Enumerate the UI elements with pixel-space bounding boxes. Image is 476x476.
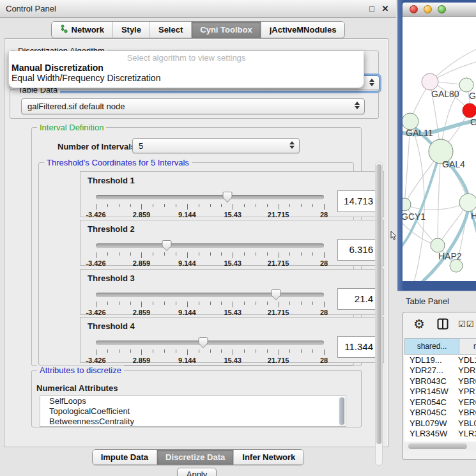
threshold-slider-4[interactable]: -3.4262.8599.14415.4321.71528 <box>96 339 324 362</box>
table-cell[interactable]: YDR2 <box>456 365 476 375</box>
threshold-slider-1[interactable]: -3.4262.8599.14415.4321.71528 <box>96 194 324 217</box>
tab-cyni-toolbox[interactable]: Cyni Toolbox <box>191 22 260 38</box>
threshold-slider-2[interactable]: -3.4262.8599.14415.4321.71528 <box>96 242 324 265</box>
table-row[interactable]: YLR345WYLR3 <box>404 429 476 440</box>
slider-tick <box>153 252 153 256</box>
numerical-attributes-list[interactable]: SelfLoopsTopologicalCoefficientBetweenne… <box>40 395 346 427</box>
top-tabs: NetworkStyleSelectCyni ToolboxjActiveMNo… <box>51 21 346 38</box>
tab-select[interactable]: Select <box>150 22 191 38</box>
network-node-label: GCY1 <box>403 211 426 222</box>
table-row[interactable]: YPR145WYPR1 <box>404 387 476 397</box>
threshold-value-field[interactable]: 21.4 <box>337 288 378 310</box>
table-cell[interactable]: YLR3 <box>456 429 476 438</box>
algorithm-placeholder-option[interactable]: Select algorithm to view settings <box>9 53 364 63</box>
network-edge[interactable] <box>404 203 468 210</box>
attribute-list-item[interactable]: SelfLoops <box>40 396 346 406</box>
table-cell[interactable]: YBR043C <box>404 376 456 386</box>
table-row[interactable]: YBL079WYBL0 <box>404 418 476 429</box>
network-view-canvas[interactable]: GAL80GCGAL11GAL4GCY1HHAP2 <box>403 17 476 281</box>
slider-thumb[interactable] <box>161 240 172 254</box>
threshold-slider-3[interactable]: -3.4262.8599.14415.4321.71528 <box>96 291 324 314</box>
slider-track[interactable] <box>96 195 324 199</box>
network-node[interactable] <box>450 259 463 272</box>
slider-thumb[interactable] <box>222 191 233 206</box>
threshold-value-field[interactable]: 11.344 <box>337 336 378 358</box>
panel-scrollbar[interactable] <box>375 162 383 466</box>
threshold-value-field[interactable]: 6.316 <box>337 239 378 261</box>
table-row[interactable]: YIL052CYIL0 <box>404 439 476 441</box>
list-scrollbar[interactable] <box>339 397 345 426</box>
algorithm-option[interactable]: Manual Discretization <box>9 63 364 73</box>
zoom-traffic-light-icon[interactable] <box>438 5 446 13</box>
attribute-list-item[interactable]: TopologicalCoefficient <box>40 406 346 417</box>
slider-tick-label: 15.43 <box>224 259 242 267</box>
network-node[interactable] <box>459 78 473 92</box>
close-traffic-light-icon[interactable] <box>410 5 418 13</box>
slider-thumb[interactable] <box>197 337 208 351</box>
table-cell[interactable]: YBL079W <box>404 418 456 428</box>
threshold-value-field[interactable]: 14.713 <box>337 190 378 212</box>
table-cell[interactable]: YDL1 <box>456 355 476 365</box>
tab-jactivemnodules[interactable]: jActiveMNodules <box>261 22 345 38</box>
table-cell[interactable]: YLR345W <box>404 429 456 438</box>
scrollbar-thumb[interactable] <box>408 443 467 449</box>
apply-button[interactable]: Apply <box>177 468 217 476</box>
algorithm-option[interactable]: Equal Width/Frequency Discretization <box>9 73 364 83</box>
table-row[interactable]: YER054CYER0 <box>404 397 476 408</box>
table-row[interactable]: YDR27...YDR2 <box>404 365 476 376</box>
table-row[interactable]: YDL19...YDL1 <box>404 355 476 365</box>
number-of-intervals-combobox[interactable]: 5 <box>132 138 300 153</box>
slider-tick <box>119 302 119 305</box>
table-cell[interactable]: YPR145W <box>404 387 456 396</box>
attribute-list-item[interactable]: BetweennessCentrality <box>40 417 346 427</box>
combo-arrows-icon <box>289 141 295 149</box>
tab-infer-network[interactable]: Infer Network <box>233 450 303 464</box>
table-row[interactable]: YBR045CYBR0 <box>404 408 476 418</box>
network-edge[interactable] <box>410 121 424 281</box>
slider-tick <box>210 349 211 353</box>
slider-tick <box>176 349 176 353</box>
slider-track[interactable] <box>96 341 324 345</box>
table-body[interactable]: YDL19...YDL1YDR27...YDR2YBR043CYBR0YPR14… <box>404 355 476 441</box>
table-cell[interactable]: YIL0 <box>456 440 475 441</box>
table-cell[interactable]: YIL052C <box>404 440 456 441</box>
float-window-icon[interactable]: □ <box>367 4 377 14</box>
algorithm-dropdown-popup: Select algorithm to view settings Manual… <box>8 51 364 88</box>
table-row[interactable]: YBR043CYBR0 <box>404 376 476 387</box>
close-icon[interactable]: ✕ <box>380 4 390 14</box>
table-cell[interactable]: YER054C <box>404 397 456 407</box>
network-node[interactable] <box>463 104 476 118</box>
network-node[interactable] <box>431 238 445 252</box>
tab-network[interactable]: Network <box>52 22 112 38</box>
gear-icon[interactable]: ⚙ <box>413 316 425 332</box>
table-column-header[interactable]: na <box>459 338 476 355</box>
table-cell[interactable]: YDR27... <box>404 365 456 375</box>
slider-track[interactable] <box>96 243 324 248</box>
table-horizontal-scrollbar[interactable] <box>404 443 476 450</box>
table-cell[interactable]: YBL0 <box>456 418 476 428</box>
table-cell[interactable]: YBR0 <box>456 408 476 417</box>
table-cell[interactable]: YBR045C <box>404 408 456 417</box>
network-edge[interactable] <box>438 151 441 245</box>
node-table-widget: ⚙ ☑☑ shared...na YDL19...YDL1YDR27...YDR… <box>403 312 476 460</box>
minimize-traffic-light-icon[interactable] <box>424 5 432 13</box>
tab-discretize-data[interactable]: Discretize Data <box>157 450 233 464</box>
tab-style[interactable]: Style <box>112 22 150 38</box>
network-node[interactable] <box>422 73 438 90</box>
table-cell[interactable]: YBR0 <box>456 376 476 386</box>
network-node[interactable] <box>459 194 476 211</box>
table-data-combobox[interactable]: galFiltered.sif default node <box>21 98 365 114</box>
slider-thumb[interactable] <box>271 289 282 303</box>
table-cell[interactable]: YDL19... <box>404 355 456 365</box>
table-cell[interactable]: YER0 <box>456 397 476 407</box>
network-node[interactable] <box>403 198 411 211</box>
checkbox-checked-icons[interactable]: ☑☑ <box>458 319 474 329</box>
column-view-icon[interactable] <box>437 318 449 332</box>
tab-impute-data[interactable]: Impute Data <box>93 450 157 464</box>
scrollbar-thumb[interactable] <box>376 164 381 444</box>
network-node-label: HAP2 <box>438 251 462 261</box>
slider-track[interactable] <box>96 293 324 297</box>
table-column-header[interactable]: shared... <box>404 338 459 355</box>
table-cell[interactable]: YPR1 <box>456 387 476 396</box>
scrollbar-thumb[interactable] <box>339 397 344 425</box>
